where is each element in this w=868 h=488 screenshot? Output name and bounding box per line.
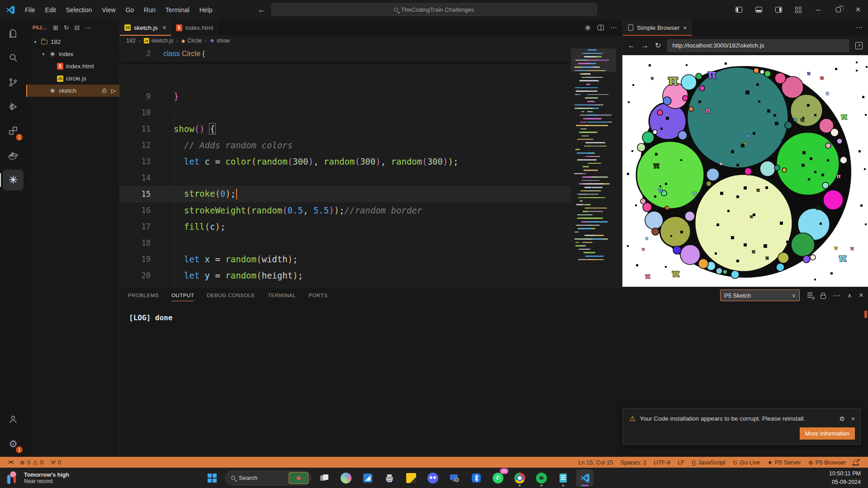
- customize-layout-icon[interactable]: [788, 0, 808, 19]
- panel-tab-output[interactable]: OUTPUT: [171, 287, 194, 303]
- panel-tab-debug-console[interactable]: DEBUG CONSOLE: [207, 287, 255, 303]
- status-lf[interactable]: LF: [674, 459, 688, 466]
- run-sketch-icon[interactable]: ▷: [111, 87, 116, 95]
- vscode-taskbar-icon[interactable]: [576, 469, 593, 487]
- code-line[interactable]: 2class Circle {: [120, 46, 571, 62]
- panel-scroll-marker[interactable]: [864, 311, 867, 318]
- notifications-bell[interactable]: [849, 460, 863, 464]
- close-panel-icon[interactable]: ×: [859, 291, 863, 300]
- editor-more-actions-icon[interactable]: ⋯: [610, 24, 617, 32]
- breadcrumb-folder[interactable]: 182: [126, 38, 136, 44]
- notification-close-icon[interactable]: ×: [851, 415, 855, 422]
- code-line[interactable]: 21: [120, 284, 571, 287]
- chrome-icon[interactable]: [511, 469, 528, 487]
- new-sketch-icon[interactable]: ⊞: [53, 24, 58, 31]
- toggle-secondary-sidebar-icon[interactable]: [768, 0, 788, 19]
- browser-back-icon[interactable]: ←: [628, 42, 635, 50]
- search-view-icon[interactable]: [3, 47, 24, 68]
- menu-terminal[interactable]: Terminal: [161, 4, 194, 16]
- snipping-tool-icon[interactable]: [359, 469, 376, 487]
- command-center-search[interactable]: TheCodingTrain Challenges: [271, 3, 597, 16]
- minimize-button[interactable]: ─: [808, 0, 828, 19]
- breadcrumb-method[interactable]: show: [217, 38, 230, 44]
- p5-view-icon[interactable]: ✳: [3, 170, 24, 190]
- refresh-icon[interactable]: ↻: [64, 24, 69, 31]
- tab-close-icon[interactable]: ×: [163, 24, 166, 31]
- extensions-icon[interactable]: 1: [3, 121, 24, 142]
- tree-item-circle-js[interactable]: JScircle.js: [26, 72, 119, 85]
- code-line[interactable]: 15 stroke(0);: [120, 186, 571, 202]
- notification-settings-gear-icon[interactable]: ⚙: [839, 415, 845, 422]
- panel-tab-ports[interactable]: PORTS: [308, 287, 327, 303]
- code-editor[interactable]: 9 }1011 show() {12 // Adds random colors…: [120, 46, 571, 287]
- code-line[interactable]: 9 }: [120, 88, 571, 104]
- menu-edit[interactable]: Edit: [40, 4, 61, 16]
- taskbar-search[interactable]: Search: [225, 471, 311, 485]
- menu-go[interactable]: Go: [120, 4, 139, 16]
- export-sketch-icon[interactable]: ⎙: [102, 87, 107, 95]
- tree-item-index-html[interactable]: 5index.html: [26, 60, 119, 72]
- more-information-button[interactable]: More Information: [800, 427, 855, 440]
- tab-sketch-js[interactable]: JS sketch.js ×: [120, 19, 171, 36]
- url-input[interactable]: http://localhost:3000/182\sketch.js: [667, 39, 849, 52]
- menu-view[interactable]: View: [97, 4, 120, 16]
- code-line[interactable]: 17 fill(c);: [120, 218, 571, 235]
- settings-gear-icon[interactable]: ⚙1: [3, 433, 24, 454]
- more-actions-icon[interactable]: ⋯: [85, 24, 91, 31]
- start-button[interactable]: [204, 469, 221, 487]
- clear-output-icon[interactable]: ☰: [807, 291, 813, 299]
- tab-index-html[interactable]: 5 index.html: [171, 19, 218, 36]
- tree-item-index[interactable]: ▾✳index: [26, 48, 119, 60]
- code-line[interactable]: 16 strokeWeight(random(0.5, 5.5));//rand…: [120, 202, 571, 218]
- ports-status[interactable]: Ψ0: [47, 459, 65, 466]
- split-editor-icon[interactable]: [598, 25, 604, 30]
- whatsapp-icon[interactable]: ✆50: [489, 469, 507, 487]
- code-line[interactable]: 19 let x = random(width);: [120, 251, 571, 267]
- taskbar-clock[interactable]: 10:50:11 PM 05-09-2024: [829, 469, 868, 487]
- docker-icon[interactable]: [3, 145, 24, 166]
- code-line[interactable]: 11 show() {: [120, 121, 571, 137]
- code-line[interactable]: 20 let y = random(height);: [120, 267, 571, 284]
- tree-item-sketch[interactable]: ✳sketch⎙▷: [26, 85, 119, 97]
- notepad-icon[interactable]: [555, 469, 572, 487]
- code-line[interactable]: 14: [120, 170, 571, 186]
- sticky-scroll-line[interactable]: 2class Circle {: [120, 46, 571, 62]
- menu-selection[interactable]: Selection: [61, 4, 97, 16]
- task-view-icon[interactable]: [316, 469, 333, 487]
- restore-button[interactable]: [828, 0, 848, 19]
- browser-more-actions-icon[interactable]: ⋯: [856, 24, 863, 32]
- collapse-icon[interactable]: ⊟: [75, 24, 80, 31]
- status-ln-15-col-15[interactable]: Ln 15, Col 15: [574, 459, 617, 466]
- panel-tab-terminal[interactable]: TERMINAL: [268, 287, 296, 303]
- nav-back-icon[interactable]: ←: [258, 5, 266, 14]
- sticky-notes-icon[interactable]: [403, 469, 420, 487]
- tab-close-icon[interactable]: ×: [683, 24, 687, 31]
- explorer-icon[interactable]: [3, 23, 24, 44]
- printer-icon[interactable]: [381, 469, 398, 487]
- breadcrumb-class[interactable]: Circle: [187, 38, 202, 44]
- account-icon[interactable]: [3, 409, 24, 430]
- status-p5-browser[interactable]: ⊕P5 Browser: [805, 459, 849, 466]
- tree-item-182[interactable]: ▾182: [26, 36, 119, 48]
- weather-widget[interactable]: Tomorrow's high Near record: [0, 471, 136, 485]
- browser-reload-icon[interactable]: ↻: [655, 41, 661, 50]
- problems-status[interactable]: ⊗0 ⚠0: [16, 459, 47, 466]
- spotify-icon[interactable]: ≋: [533, 469, 550, 487]
- tab-simple-browser[interactable]: Simple Browser ×: [623, 19, 692, 36]
- editor-scrollbar[interactable]: [616, 46, 622, 287]
- toggle-panel-icon[interactable]: [749, 0, 768, 19]
- menu-run[interactable]: Run: [139, 4, 161, 16]
- status-p5-server[interactable]: ★P5 Server: [764, 459, 804, 466]
- open-external-icon[interactable]: ↗: [855, 42, 863, 49]
- source-control-icon[interactable]: [3, 72, 24, 93]
- status-utf-8[interactable]: UTF-8: [650, 459, 674, 466]
- browser-forward-icon[interactable]: →: [641, 42, 649, 50]
- menu-file[interactable]: File: [20, 4, 40, 16]
- discord-icon[interactable]: [424, 469, 441, 487]
- status-javascript[interactable]: {}JavaScript: [688, 459, 729, 466]
- close-button[interactable]: ×: [848, 0, 868, 19]
- minimap[interactable]: [571, 46, 616, 287]
- status-go-live[interactable]: ⊙Go Live: [729, 459, 764, 466]
- remote-indicator[interactable]: ><: [5, 459, 16, 465]
- maximize-panel-icon[interactable]: ∧: [848, 292, 852, 299]
